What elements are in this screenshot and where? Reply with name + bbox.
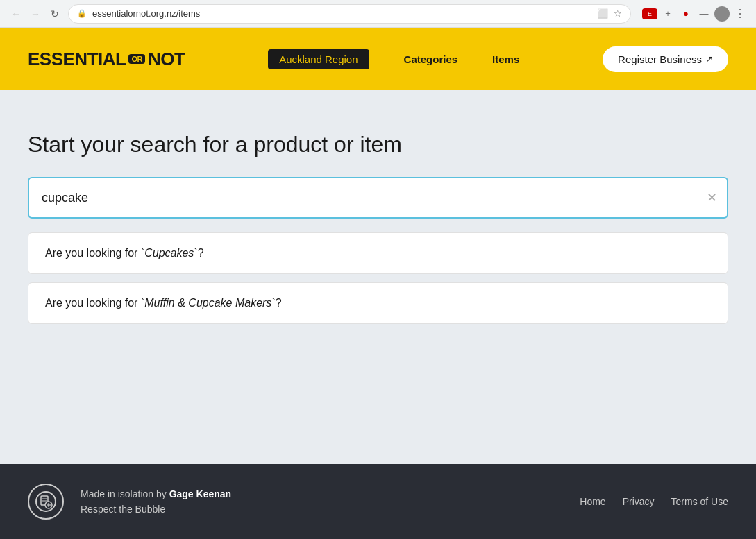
footer-tagline: Respect the Bubble	[81, 502, 563, 517]
suggestion-item-2[interactable]: Are you looking for `Muffin & Cupcake Ma…	[28, 282, 728, 324]
suggestion-suffix-1: `?	[194, 247, 203, 259]
site-footer: Made in isolation by Gage Keenan Respect…	[0, 464, 756, 539]
nav-region[interactable]: Auckland Region	[268, 49, 369, 69]
suggestion-term-1: Cupcakes	[144, 247, 194, 259]
search-heading: Start your search for a product or item	[28, 132, 728, 157]
url-text: essentialornot.org.nz/items	[92, 8, 591, 19]
browser-chrome: ← → ↻ 🔒 essentialornot.org.nz/items ⬜ ☆ …	[0, 0, 756, 28]
footer-link-terms[interactable]: Terms of Use	[671, 496, 728, 507]
lock-icon: 🔒	[77, 9, 87, 18]
register-label: Register Business	[618, 53, 702, 65]
external-link-icon: ↗	[706, 54, 713, 64]
footer-link-home[interactable]: Home	[580, 496, 605, 507]
site-logo[interactable]: ESSENTIAL OR NOT	[28, 49, 185, 70]
extension-btn-2[interactable]: +	[660, 6, 675, 22]
nav-categories[interactable]: Categories	[404, 53, 458, 65]
suggestion-suffix-2: `?	[271, 297, 281, 309]
footer-made-by-prefix: Made in isolation by	[81, 488, 169, 499]
profile-avatar[interactable]	[714, 6, 730, 22]
logo-or-badge: OR	[128, 54, 145, 64]
star-icon[interactable]: ☆	[614, 8, 622, 19]
footer-text: Made in isolation by Gage Keenan Respect…	[81, 486, 563, 517]
header-nav: Auckland Region Categories Items	[185, 49, 603, 69]
menu-btn[interactable]: ⋮	[732, 6, 748, 22]
register-button[interactable]: Register Business ↗	[603, 46, 728, 72]
nav-items[interactable]: Items	[492, 53, 519, 65]
search-input[interactable]	[28, 177, 728, 219]
suggestion-prefix-1: Are you looking for `	[45, 247, 144, 259]
refresh-button[interactable]: ↻	[47, 6, 62, 22]
minimize-btn[interactable]: —	[696, 6, 712, 22]
site-wrapper: ESSENTIAL OR NOT Auckland Region Categor…	[0, 28, 756, 539]
search-box-wrapper: ✕	[28, 177, 728, 219]
logo-text-2: NOT	[148, 49, 185, 70]
forward-button[interactable]: →	[28, 6, 43, 22]
svg-point-0	[36, 492, 56, 511]
site-header: ESSENTIAL OR NOT Auckland Region Categor…	[0, 28, 756, 90]
logo-text-1: ESSENTIAL	[28, 49, 126, 70]
footer-logo-svg	[35, 490, 57, 513]
extension-btn-3[interactable]: ●	[678, 6, 694, 22]
suggestion-term-2: Muffin & Cupcake Makers	[144, 297, 271, 309]
suggestion-prefix-2: Are you looking for `	[45, 297, 144, 309]
suggestion-item-1[interactable]: Are you looking for `Cupcakes`?	[28, 232, 728, 274]
share-icon: ⬜	[597, 8, 608, 19]
browser-actions: E + ● — ⋮	[642, 6, 748, 22]
footer-made-by: Made in isolation by Gage Keenan	[81, 486, 563, 502]
nav-buttons: ← → ↻	[8, 6, 62, 22]
main-content: Start your search for a product or item …	[0, 90, 756, 464]
footer-logo-icon	[28, 484, 64, 520]
back-button[interactable]: ←	[8, 6, 24, 22]
footer-link-privacy[interactable]: Privacy	[623, 496, 655, 507]
footer-links: Home Privacy Terms of Use	[580, 496, 728, 507]
footer-author: Gage Keenan	[169, 488, 231, 499]
clear-icon: ✕	[707, 190, 717, 205]
address-bar[interactable]: 🔒 essentialornot.org.nz/items ⬜ ☆	[68, 4, 631, 24]
extension-btn-1[interactable]: E	[642, 8, 657, 19]
search-clear-button[interactable]: ✕	[707, 190, 717, 205]
